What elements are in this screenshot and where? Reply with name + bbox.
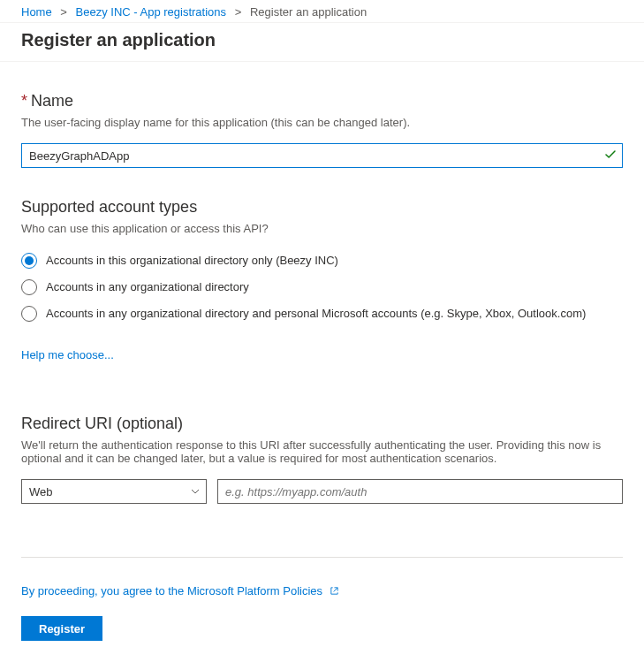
- name-description: The user-facing display name for this ap…: [21, 116, 623, 129]
- account-types-description: Who can use this application or access t…: [21, 222, 623, 235]
- help-me-choose-link[interactable]: Help me choose...: [21, 348, 114, 362]
- radio-icon: [21, 253, 37, 269]
- radio-icon: [21, 279, 37, 295]
- breadcrumb: Home > Beezy INC - App registrations > R…: [0, 0, 644, 23]
- radio-icon: [21, 306, 37, 322]
- account-type-option-0[interactable]: Accounts in this organizational director…: [21, 253, 623, 269]
- account-type-option-2[interactable]: Accounts in any organizational directory…: [21, 306, 623, 322]
- divider: [0, 61, 644, 62]
- radio-label: Accounts in any organizational directory…: [46, 306, 586, 322]
- account-types-title: Supported account types: [21, 198, 623, 217]
- chevron-right-icon: >: [55, 5, 72, 19]
- checkmark-icon: [605, 149, 616, 162]
- breadcrumb-current: Register an application: [250, 5, 367, 19]
- chevron-down-icon: [191, 489, 200, 494]
- chevron-right-icon: >: [230, 5, 247, 19]
- name-section-title: *Name: [21, 92, 623, 110]
- breadcrumb-parent[interactable]: Beezy INC - App registrations: [76, 5, 227, 19]
- platform-policies-link[interactable]: By proceeding, you agree to the Microsof…: [21, 584, 339, 598]
- redirect-uri-input[interactable]: [217, 479, 623, 504]
- page-title: Register an application: [21, 30, 623, 50]
- external-link-icon: [330, 585, 339, 598]
- redirect-type-value: Web: [29, 485, 53, 499]
- account-type-option-1[interactable]: Accounts in any organizational directory: [21, 279, 623, 295]
- divider: [21, 557, 623, 558]
- breadcrumb-home[interactable]: Home: [21, 5, 52, 19]
- account-types-radio-group: Accounts in this organizational director…: [21, 253, 623, 322]
- register-button[interactable]: Register: [21, 616, 102, 641]
- redirect-uri-title: Redirect URI (optional): [21, 415, 623, 433]
- required-asterisk: *: [21, 92, 27, 110]
- agree-text: By proceeding, you agree to the Microsof…: [21, 584, 322, 598]
- application-name-input[interactable]: [21, 143, 623, 168]
- name-label: Name: [31, 92, 73, 110]
- redirect-uri-description: We'll return the authentication response…: [21, 438, 623, 465]
- redirect-type-select[interactable]: Web: [21, 479, 207, 504]
- radio-label: Accounts in this organizational director…: [46, 253, 338, 269]
- radio-label: Accounts in any organizational directory: [46, 279, 249, 295]
